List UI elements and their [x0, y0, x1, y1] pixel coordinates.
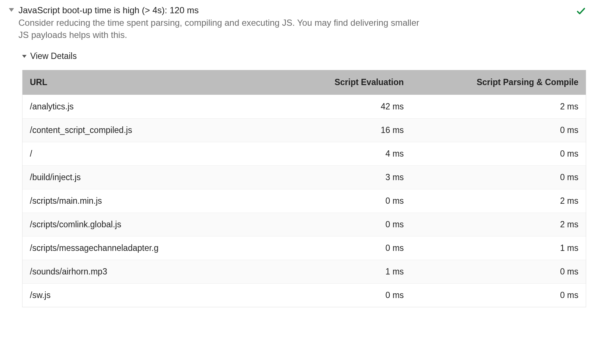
cell-eval: 16 ms: [282, 119, 411, 142]
table-row: /content_script_compiled.js16 ms0 ms: [22, 119, 586, 142]
cell-url: /scripts/messagechanneladapter.g: [22, 237, 282, 260]
scripts-table: URL Script Evaluation Script Parsing & C…: [22, 70, 586, 307]
view-details-toggle[interactable]: View Details: [22, 51, 586, 61]
table-row: /build/inject.js3 ms0 ms: [22, 166, 586, 189]
cell-eval: 0 ms: [282, 189, 411, 213]
cell-url: /scripts/main.min.js: [22, 189, 282, 213]
cell-eval: 0 ms: [282, 213, 411, 237]
cell-parse: 0 ms: [411, 284, 586, 307]
cell-url: /build/inject.js: [22, 166, 282, 189]
cell-eval: 42 ms: [282, 95, 411, 119]
cell-parse: 0 ms: [411, 142, 586, 166]
cell-parse: 0 ms: [411, 119, 586, 142]
cell-parse: 0 ms: [411, 260, 586, 284]
table-row: /scripts/messagechanneladapter.g0 ms1 ms: [22, 237, 586, 260]
column-header-url: URL: [22, 70, 282, 95]
cell-parse: 1 ms: [411, 237, 586, 260]
table-row: /analytics.js42 ms2 ms: [22, 95, 586, 119]
cell-eval: 0 ms: [282, 284, 411, 307]
cell-parse: 0 ms: [411, 166, 586, 189]
details-section: View Details URL Script Evaluation Scrip…: [22, 51, 586, 307]
cell-eval: 4 ms: [282, 142, 411, 166]
cell-url: /sw.js: [22, 284, 282, 307]
table-row: /sw.js0 ms0 ms: [22, 284, 586, 307]
column-header-eval: Script Evaluation: [282, 70, 411, 95]
audit-title: JavaScript boot-up time is high (> 4s): …: [18, 4, 571, 16]
cell-url: /scripts/comlink.global.js: [22, 213, 282, 237]
audit-description: Consider reducing the time spent parsing…: [18, 17, 424, 41]
cell-parse: 2 ms: [411, 189, 586, 213]
cell-parse: 2 ms: [411, 213, 586, 237]
cell-url: /: [22, 142, 282, 166]
cell-url: /content_script_compiled.js: [22, 119, 282, 142]
table-row: /scripts/main.min.js0 ms2 ms: [22, 189, 586, 213]
table-row: /scripts/comlink.global.js0 ms2 ms: [22, 213, 586, 237]
table-row: /sounds/airhorn.mp31 ms0 ms: [22, 260, 586, 284]
audit-summary: JavaScript boot-up time is high (> 4s): …: [18, 4, 571, 41]
audit-header: JavaScript boot-up time is high (> 4s): …: [9, 4, 586, 41]
cell-url: /sounds/airhorn.mp3: [22, 260, 282, 284]
table-row: /4 ms0 ms: [22, 142, 586, 166]
cell-eval: 1 ms: [282, 260, 411, 284]
chevron-down-icon[interactable]: [9, 8, 14, 12]
cell-parse: 2 ms: [411, 95, 586, 119]
column-header-parse: Script Parsing & Compile: [411, 70, 586, 95]
view-details-label: View Details: [30, 51, 77, 61]
cell-eval: 0 ms: [282, 237, 411, 260]
cell-url: /analytics.js: [22, 95, 282, 119]
check-icon: [576, 6, 586, 16]
cell-eval: 3 ms: [282, 166, 411, 189]
chevron-down-icon: [22, 55, 27, 58]
